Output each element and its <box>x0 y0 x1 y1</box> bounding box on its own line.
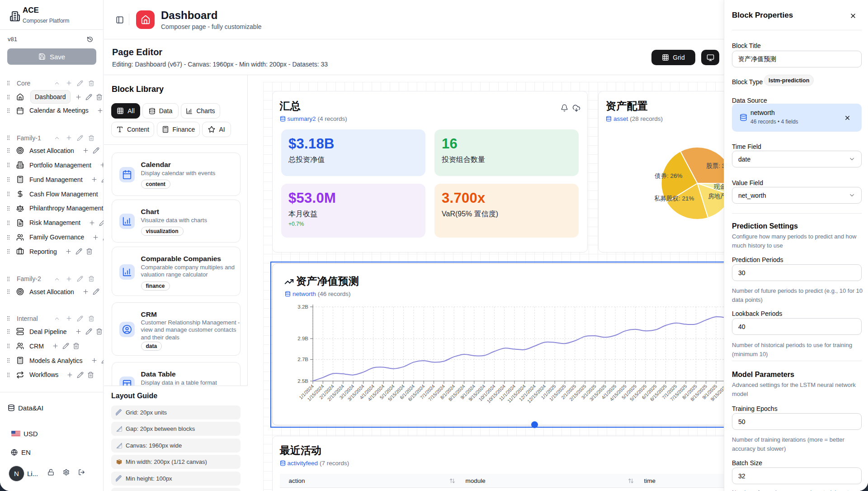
svg-text:2.5B: 2.5B <box>297 378 308 384</box>
svg-text:3.2B: 3.2B <box>297 304 308 310</box>
svg-text:2.9B: 2.9B <box>297 336 308 341</box>
svg-text:2.7B: 2.7B <box>297 357 308 362</box>
